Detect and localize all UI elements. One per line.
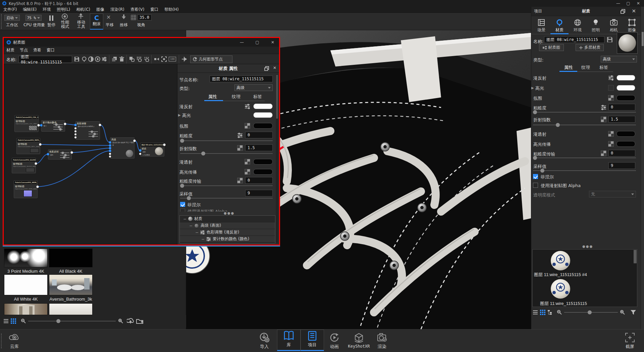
- ior-texture-icon[interactable]: [601, 117, 606, 122]
- undock-icon[interactable]: [621, 9, 625, 14]
- roughness-transmission-handle[interactable]: [533, 156, 537, 160]
- list-view-icon[interactable]: [3, 318, 9, 324]
- panel-scrollbar[interactable]: [276, 74, 278, 243]
- zoom-out-icon[interactable]: [557, 310, 562, 315]
- graph-close-button[interactable]: ✕: [268, 39, 278, 45]
- geometry-node-button[interactable]: 几何图形节点: [190, 55, 232, 63]
- roughness-transmission-handle[interactable]: [180, 184, 184, 188]
- roughness-texture-icon[interactable]: [601, 104, 606, 110]
- graph-window-titlebar[interactable]: 材质图 — ▢ ✕: [4, 38, 279, 47]
- fresnel-checkbox[interactable]: [533, 174, 538, 179]
- graph-name-field[interactable]: 图层 08:wire_115115115: [18, 56, 72, 63]
- tab-material[interactable]: 材质: [550, 19, 569, 33]
- contrast-icon[interactable]: [88, 56, 94, 62]
- ior-handle[interactable]: [556, 123, 560, 127]
- tab-labels[interactable]: 标签: [253, 94, 262, 100]
- close-button[interactable]: ✕: [633, 0, 643, 6]
- roughness-handle[interactable]: [180, 139, 184, 143]
- samples-slider[interactable]: [180, 198, 273, 199]
- roughness-slider[interactable]: [180, 140, 273, 141]
- roughness-transmission-field[interactable]: 0: [245, 177, 273, 184]
- tree-row-color-to-number[interactable]: − 要计数的颜色 (颜色): [180, 236, 275, 243]
- panel-splitter-handle[interactable]: ●●●: [224, 211, 234, 215]
- tab-image[interactable]: 图像: [623, 19, 641, 33]
- duplicate-icon[interactable]: [112, 56, 118, 62]
- list-view-icon[interactable]: [533, 310, 538, 315]
- tree-view-icon[interactable]: [547, 310, 553, 315]
- library-item-thumbnail[interactable]: [49, 274, 93, 295]
- tab-properties[interactable]: 属性: [208, 94, 217, 100]
- cloud-upload-icon[interactable]: [127, 318, 134, 324]
- graph-menu-node[interactable]: 节点: [20, 47, 28, 53]
- ior-slider[interactable]: [533, 125, 636, 125]
- preview-size-slider[interactable]: [564, 312, 618, 313]
- roughness-transmission-slider[interactable]: [180, 185, 273, 186]
- diffuse-transmission-swatch[interactable]: [253, 159, 273, 165]
- zoom-in-icon[interactable]: [620, 310, 625, 315]
- dock-library-active[interactable]: 库: [277, 329, 301, 351]
- tab-properties[interactable]: 属性: [564, 64, 573, 71]
- tree-row-material[interactable]: − 材质: [180, 216, 275, 222]
- ior-texture-icon[interactable]: [237, 145, 243, 151]
- samples-field[interactable]: 9: [608, 162, 635, 169]
- library-item-label[interactable]: 3 Point Medium 4K: [4, 269, 48, 274]
- pause-icon[interactable]: [49, 15, 53, 21]
- dock-project-active[interactable]: 项目: [301, 329, 324, 351]
- tree-row-advanced[interactable]: − 高级 (表面): [180, 222, 275, 229]
- roughness-handle[interactable]: [533, 110, 537, 114]
- panel-close-icon[interactable]: ✕: [632, 8, 636, 14]
- pan-tool-icon[interactable]: ✕: [106, 14, 112, 20]
- use-alpha-checkbox[interactable]: [533, 183, 538, 188]
- diffuse-color-swatch[interactable]: [616, 75, 635, 81]
- library-item-thumbnail[interactable]: [49, 249, 93, 267]
- dock-screenshot[interactable]: 截屏: [620, 332, 640, 350]
- zoom-in-icon[interactable]: [118, 318, 123, 324]
- material-list-label[interactable]: 图层 11:wire_115115115: [540, 301, 587, 307]
- dock-keyshotxr[interactable]: KeyShotXR: [346, 332, 371, 349]
- play-preview-icon[interactable]: [95, 56, 101, 62]
- ior-slider[interactable]: [180, 153, 273, 154]
- material-type-dropdown[interactable]: 高级: [601, 56, 637, 62]
- show-textures-icon[interactable]: [129, 56, 135, 62]
- diffuse-texture-icon[interactable]: [608, 75, 614, 81]
- menu-image[interactable]: 图像: [96, 7, 104, 12]
- diffuse-transmission-texture-icon[interactable]: [245, 159, 250, 165]
- move-tool-icon[interactable]: [78, 13, 84, 19]
- zoom-out-icon[interactable]: [21, 318, 26, 324]
- cpu-usage-dropdown[interactable]: 75 %: [25, 15, 42, 21]
- graph-menu-window[interactable]: 窗口: [47, 47, 55, 53]
- show-animations-icon[interactable]: [137, 56, 143, 62]
- library-item-thumbnail[interactable]: [4, 303, 48, 315]
- panel-splitter-handle[interactable]: ●●●: [582, 245, 593, 248]
- tab-textures[interactable]: 纹理: [581, 64, 590, 71]
- ambient-texture-icon[interactable]: [245, 123, 250, 129]
- specular-transmission-texture-icon[interactable]: [245, 169, 250, 175]
- tab-lighting[interactable]: 照明: [587, 19, 605, 33]
- preview-sphere-icon[interactable]: [82, 56, 88, 62]
- node-name-field[interactable]: 图层 08:wire_115115115: [210, 76, 273, 82]
- tab-textures[interactable]: 纹理: [232, 94, 240, 100]
- diffuse-texture-icon[interactable]: [245, 103, 250, 109]
- menu-lighting[interactable]: 照明(L): [57, 7, 70, 12]
- menu-help[interactable]: 帮助(H): [164, 7, 178, 12]
- ambient-texture-icon[interactable]: [608, 95, 614, 101]
- preview-size-handle[interactable]: [588, 310, 592, 314]
- material-list-label[interactable]: 图层 11:wire_115115115 #4: [534, 272, 587, 278]
- library-zoom-handle[interactable]: [56, 319, 60, 323]
- delete-icon[interactable]: [119, 56, 125, 62]
- tab-scene[interactable]: 场景: [532, 19, 550, 33]
- menu-environment[interactable]: 环境: [43, 7, 51, 12]
- roughness-value-field[interactable]: 0: [245, 132, 273, 138]
- specular-transmission-swatch[interactable]: [616, 141, 635, 147]
- menu-edit[interactable]: 编辑(E): [23, 7, 37, 12]
- menu-file[interactable]: 文件(F): [3, 7, 17, 12]
- adjust-sliders-icon[interactable]: [102, 56, 108, 62]
- graph-menu-view[interactable]: 查看: [33, 47, 41, 53]
- performance-mode-icon[interactable]: [62, 13, 68, 19]
- diffuse-color-swatch[interactable]: [253, 103, 273, 109]
- show-labels-icon[interactable]: [144, 56, 150, 62]
- dock-animation[interactable]: 动画: [323, 332, 346, 350]
- undock-icon[interactable]: [264, 66, 269, 71]
- filter-icon[interactable]: [630, 310, 636, 315]
- roughness-transmission-texture-icon[interactable]: [601, 150, 606, 156]
